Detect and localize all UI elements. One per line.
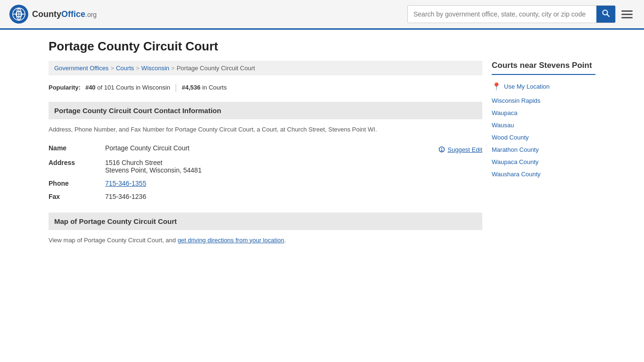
list-item: Waupaca [492, 109, 595, 116]
list-item: Marathon County [492, 146, 595, 153]
page-title: Portage County Circuit Court [49, 39, 595, 54]
sidebar-link-waupaca[interactable]: Waupaca [492, 109, 517, 116]
sidebar-link-wood-county[interactable]: Wood County [492, 134, 529, 141]
breadcrumb-courts[interactable]: Courts [116, 65, 134, 72]
logo-text: CountyOffice.org [32, 9, 97, 19]
breadcrumb: Government Offices > Courts > Wisconsin … [49, 61, 482, 75]
breadcrumb-wisconsin[interactable]: Wisconsin [141, 65, 169, 72]
breadcrumb-sep-1: > [110, 65, 114, 72]
sidebar-link-wausau[interactable]: Wausau [492, 122, 514, 129]
popularity-divider: | [175, 82, 177, 92]
sidebar-link-waushara-county[interactable]: Waushara County [492, 171, 541, 178]
sidebar-link-wisconsin-rapids[interactable]: Wisconsin Rapids [492, 97, 540, 104]
popularity-overall: #4,536 in Courts [182, 84, 227, 91]
phone-link[interactable]: 715-346-1355 [105, 180, 146, 187]
map-section: Map of Portage County Circuit Court View… [49, 213, 482, 245]
search-box [407, 5, 616, 23]
sidebar-link-waupaca-county[interactable]: Waupaca County [492, 158, 538, 165]
driving-directions-link[interactable]: get driving directions from your locatio… [178, 237, 284, 244]
table-row-phone: Phone 715-346-1355 [49, 177, 482, 190]
table-row-address: Address 1516 Church Street Stevens Point… [49, 156, 482, 177]
table-row-fax: Fax 715-346-1236 [49, 190, 482, 203]
main-content: Portage County Circuit Court Government … [39, 30, 605, 254]
list-item: Wood County [492, 133, 595, 141]
menu-button[interactable] [619, 8, 635, 20]
popularity-label: Popularity: [49, 84, 81, 91]
popularity-rank: #40 of 101 Courts in Wisconsin [85, 84, 170, 91]
content-main: Government Offices > Courts > Wisconsin … [49, 61, 482, 245]
content-layout: Government Offices > Courts > Wisconsin … [49, 61, 595, 245]
address-value: 1516 Church Street Stevens Point, Wiscon… [105, 156, 482, 177]
map-description: View map of Portage County Circuit Court… [49, 236, 482, 245]
phone-label: Phone [49, 177, 105, 190]
breadcrumb-current: Portage County Circuit Court [177, 65, 255, 72]
table-row-name: Name Portage County Circuit Court [49, 141, 482, 156]
breadcrumb-sep-2: > [136, 65, 140, 72]
name-value: Portage County Circuit Court Suggest Edi… [105, 141, 482, 156]
svg-line-6 [607, 15, 610, 17]
search-button[interactable] [596, 6, 615, 23]
logo-icon [9, 5, 28, 24]
list-item: Wisconsin Rapids [492, 97, 595, 104]
page-header: CountyOffice.org [0, 0, 644, 30]
fax-label: Fax [49, 190, 105, 203]
contact-table: Name Portage County Circuit Court [49, 141, 482, 203]
search-input[interactable] [408, 7, 596, 22]
list-item: Wausau [492, 121, 595, 129]
list-item: Waupaca County [492, 158, 595, 165]
sidebar-title: Courts near Stevens Point [492, 61, 595, 75]
phone-value: 715-346-1355 [105, 177, 482, 190]
use-location-item: 📍 Use My Location [492, 82, 595, 91]
fax-value: 715-346-1236 [105, 190, 482, 203]
name-label: Name [49, 141, 105, 156]
contact-description: Address, Phone Number, and Fax Number fo… [49, 125, 482, 134]
breadcrumb-sep-3: > [171, 65, 175, 72]
map-section-header: Map of Portage County Circuit Court [49, 213, 482, 230]
svg-point-9 [441, 150, 442, 151]
contact-section: Portage County Circuit Court Contact Inf… [49, 102, 482, 203]
location-pin-icon: 📍 [492, 82, 501, 91]
contact-section-header: Portage County Circuit Court Contact Inf… [49, 102, 482, 119]
use-my-location-link[interactable]: Use My Location [504, 83, 550, 90]
breadcrumb-government-offices[interactable]: Government Offices [54, 65, 108, 72]
logo-area: CountyOffice.org [9, 5, 97, 24]
sidebar-link-marathon-county[interactable]: Marathon County [492, 146, 539, 153]
sidebar: Courts near Stevens Point 📍 Use My Locat… [492, 61, 595, 245]
suggest-edit-link[interactable]: Suggest Edit [438, 146, 482, 153]
nearby-courts-list: Wisconsin Rapids Waupaca Wausau Wood Cou… [492, 97, 595, 178]
address-label: Address [49, 156, 105, 177]
popularity-section: Popularity: #40 of 101 Courts in Wiscons… [49, 82, 482, 92]
search-area [407, 5, 635, 23]
list-item: Waushara County [492, 170, 595, 178]
